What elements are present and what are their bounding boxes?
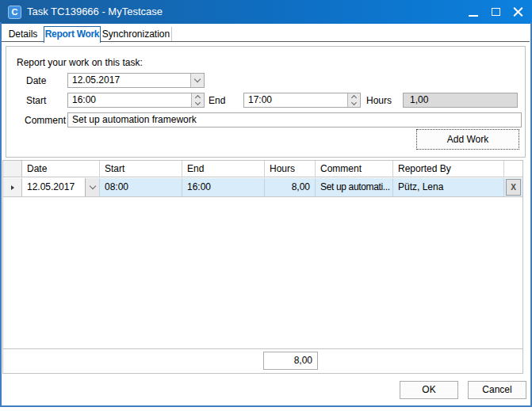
date-dropdown-button[interactable]	[190, 74, 204, 87]
row-date-value: 12.05.2017	[27, 178, 75, 196]
end-label: End	[209, 95, 225, 107]
grid-header-end[interactable]: End	[182, 161, 265, 177]
grid-header-start[interactable]: Start	[100, 161, 182, 177]
grid-header-date[interactable]: Date	[22, 161, 100, 177]
row-date-cell[interactable]: 12.05.2017	[22, 178, 100, 196]
minimize-icon	[469, 15, 478, 17]
window-controls	[462, 0, 529, 24]
hours-total-summary: 8,00	[263, 352, 318, 370]
cancel-button[interactable]: Cancel	[468, 381, 526, 399]
row-end-cell[interactable]: 16:00	[182, 178, 265, 196]
minimize-button[interactable]	[462, 0, 484, 24]
chevron-down-icon	[351, 100, 357, 105]
app-icon: C	[8, 6, 21, 19]
table-row[interactable]: 12.05.2017 08:00 16:00 8,00 Set up autom…	[3, 178, 522, 197]
close-icon	[513, 7, 523, 17]
start-value: 16:00	[72, 93, 96, 107]
start-spinner[interactable]	[191, 93, 204, 107]
window-border-bottom	[0, 405, 532, 407]
maximize-icon	[492, 8, 500, 16]
window-border-left	[0, 22, 2, 407]
add-work-button[interactable]: Add Work	[416, 129, 519, 150]
grid-header-actions	[504, 161, 522, 177]
hours-label: Hours	[366, 95, 392, 107]
work-grid: Date Start End Hours Comment Reported By…	[2, 160, 523, 374]
end-value: 17:00	[248, 93, 272, 107]
grid-header-reported-by[interactable]: Reported By	[393, 161, 504, 177]
comment-label: Comment	[25, 115, 66, 127]
row-start-cell[interactable]: 08:00	[100, 178, 182, 196]
tab-synchronization[interactable]: Synchronization	[101, 27, 172, 41]
close-button[interactable]	[507, 0, 529, 24]
section-label: Report your work on this task:	[17, 57, 143, 69]
end-time-input[interactable]: 17:00	[243, 93, 361, 108]
grid-header-hours[interactable]: Hours	[265, 161, 316, 177]
row-date-dropdown-button[interactable]	[85, 178, 99, 196]
title-bar[interactable]: C Task TC139666 - MyTestcase	[0, 0, 532, 24]
start-label: Start	[26, 95, 46, 107]
row-hours-cell[interactable]: 8,00	[265, 178, 316, 196]
grid-header-row: Date Start End Hours Comment Reported By	[3, 161, 522, 177]
comment-value: Set up automation framework	[72, 113, 197, 127]
spin-down-button[interactable]	[192, 101, 204, 108]
summary-separator	[3, 348, 522, 349]
dialog-window: C Task TC139666 - MyTestcase Details Rep…	[0, 0, 532, 411]
chevron-down-icon	[194, 76, 201, 82]
row-indicator	[3, 178, 22, 196]
start-time-input[interactable]: 16:00	[67, 93, 205, 108]
chevron-down-icon	[89, 183, 95, 189]
hours-value: 1,00	[410, 93, 428, 107]
tab-report-work[interactable]: Report Work	[44, 26, 101, 43]
spin-down-button[interactable]	[348, 101, 360, 108]
comment-input[interactable]: Set up automation framework	[67, 112, 522, 127]
date-value: 12.05.2017	[72, 74, 120, 87]
window-title: Task TC139666 - MyTestcase	[27, 0, 163, 24]
row-delete-cell: X	[504, 178, 522, 196]
grid-header-comment[interactable]: Comment	[316, 161, 393, 177]
tab-details[interactable]: Details	[2, 27, 44, 41]
row-reported-by-cell[interactable]: Pütz, Lena	[393, 178, 504, 196]
row-indicator-arrow-icon	[11, 185, 14, 190]
date-label: Date	[26, 75, 46, 87]
row-comment-cell[interactable]: Set up automati...	[316, 178, 393, 196]
maximize-button[interactable]	[484, 0, 507, 24]
date-combobox[interactable]: 12.05.2017	[67, 73, 205, 88]
ok-button[interactable]: OK	[400, 381, 458, 399]
hours-readonly-field: 1,00	[403, 93, 518, 108]
delete-row-button[interactable]: X	[506, 179, 521, 196]
end-spinner[interactable]	[347, 93, 360, 107]
chevron-down-icon	[195, 100, 201, 105]
grid-header-indicator	[3, 161, 22, 177]
